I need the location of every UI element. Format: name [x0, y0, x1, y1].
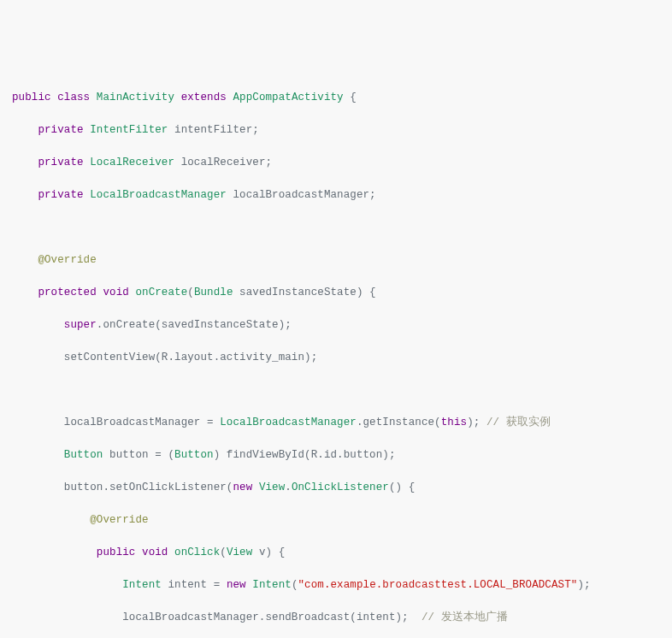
string: "com.example.broadcasttest.LOCAL_BROADCA…: [298, 579, 578, 591]
keyword: public: [12, 92, 51, 103]
keyword: super: [64, 319, 97, 331]
code-line: [12, 382, 660, 399]
type: Intent: [122, 579, 162, 591]
text: v) {: [259, 546, 285, 558]
type: LocalBroadcastManager: [90, 189, 227, 201]
text: savedInstanceState) {: [239, 287, 376, 298]
identifier: localReceiver;: [181, 157, 272, 168]
text: .getInstance(: [357, 416, 441, 428]
code-block: public class MainActivity extends AppCom…: [12, 74, 660, 638]
annotation: @Override: [38, 254, 96, 266]
punct: .: [285, 481, 292, 493]
keyword: private: [38, 189, 83, 201]
code-line: button.setOnClickListener(new View.OnCli…: [12, 480, 660, 496]
comment: // 获取实例: [486, 416, 551, 428]
code-line: super.onCreate(savedInstanceState);: [12, 317, 660, 334]
keyword: private: [38, 124, 83, 136]
type: Intent: [252, 579, 292, 591]
text: () {: [389, 481, 415, 493]
code-line: localBroadcastManager.sendBroadcast(inte…: [12, 610, 660, 626]
text: localBroadcastManager.sendBroadcast(inte…: [122, 611, 421, 623]
text: .onCreate(savedInstanceState);: [97, 319, 292, 331]
identifier: intentFilter;: [174, 124, 259, 136]
code-line: private LocalBroadcastManager localBroad…: [12, 187, 660, 204]
code-line: @Override: [12, 512, 660, 529]
class-name: AppCompatActivity: [233, 92, 344, 103]
punct: (: [220, 546, 227, 558]
type: View: [259, 481, 285, 493]
code-line: [12, 220, 660, 236]
punct: (: [292, 579, 298, 591]
type: Bundle: [194, 287, 233, 298]
keyword: class: [57, 92, 90, 103]
keyword: public: [97, 546, 136, 558]
punct: );: [577, 579, 590, 591]
type: Button: [64, 449, 103, 461]
annotation: @Override: [90, 514, 148, 526]
code-line: public void onClick(View v) {: [12, 545, 660, 561]
text: setContentView(R.layout.activity_main);: [64, 351, 317, 363]
text: localBroadcastManager =: [64, 416, 220, 428]
class-name: MainActivity: [97, 92, 174, 103]
text: button.setOnClickListener(: [64, 481, 233, 493]
method: onClick: [174, 546, 220, 558]
keyword: this: [441, 416, 467, 428]
type: LocalBroadcastManager: [220, 416, 357, 428]
text: [252, 481, 259, 493]
comment: // 发送本地广播: [421, 611, 508, 623]
type: Button: [174, 449, 214, 461]
type: LocalReceiver: [90, 157, 174, 168]
code-line: private LocalReceiver localReceiver;: [12, 155, 660, 171]
identifier: localBroadcastManager;: [233, 189, 375, 201]
code-line: protected void onCreate(Bundle savedInst…: [12, 285, 660, 301]
keyword: void: [142, 546, 168, 558]
keyword: new: [227, 579, 246, 591]
punct: (: [187, 287, 194, 298]
code-line: setContentView(R.layout.activity_main);: [12, 350, 660, 366]
text: );: [467, 416, 486, 428]
keyword: protected: [38, 287, 96, 298]
keyword: new: [233, 481, 252, 493]
text: intent =: [168, 579, 226, 591]
type: IntentFilter: [90, 124, 168, 136]
keyword: private: [38, 157, 83, 168]
code-line: Intent intent = new Intent("com.example.…: [12, 577, 660, 594]
text: button = (: [109, 449, 174, 461]
keyword: extends: [181, 92, 227, 103]
type: OnClickListener: [292, 481, 389, 493]
code-line: @Override: [12, 252, 660, 269]
code-line: Button button = (Button) findViewById(R.…: [12, 447, 660, 464]
keyword: void: [103, 287, 128, 298]
punct: {: [350, 92, 357, 103]
code-line: private IntentFilter intentFilter;: [12, 122, 660, 139]
type: View: [227, 546, 252, 558]
text: ) findViewById(R.id.button);: [214, 449, 396, 461]
method: onCreate: [135, 287, 187, 298]
code-line: public class MainActivity extends AppCom…: [12, 90, 660, 106]
code-line: localBroadcastManager = LocalBroadcastMa…: [12, 415, 660, 431]
